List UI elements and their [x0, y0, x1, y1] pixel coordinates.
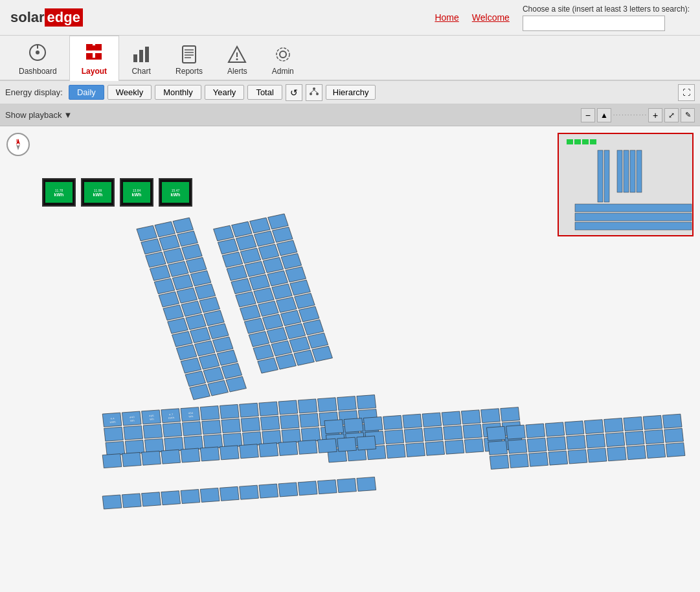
svg-rect-38 — [163, 305, 184, 321]
header-right: Home Welcome Choose a site (insert at le… — [435, 5, 690, 31]
svg-rect-81 — [258, 358, 278, 373]
svg-rect-202 — [586, 434, 605, 448]
zoom-plus-btn[interactable]: + — [648, 108, 662, 122]
toolbar: Show playback ▼ − ▲ · · · · · · · · · · … — [0, 104, 700, 126]
svg-rect-52 — [186, 314, 207, 330]
svg-rect-129 — [104, 427, 124, 441]
svg-rect-210 — [548, 451, 568, 465]
svg-rect-32 — [137, 225, 157, 241]
svg-rect-126 — [317, 398, 337, 412]
svg-rect-209 — [529, 452, 548, 466]
svg-text:440: 440 — [130, 416, 135, 419]
svg-rect-120 — [200, 406, 220, 420]
svg-rect-80 — [253, 345, 274, 360]
expand-btn[interactable]: ⤢ — [664, 108, 679, 122]
svg-rect-135 — [221, 419, 241, 433]
svg-point-19 — [280, 51, 286, 58]
nav-chart-label: Chart — [131, 67, 150, 76]
energy-display-label: Energy display: — [5, 87, 63, 97]
welcome-link[interactable]: Welcome — [472, 12, 510, 23]
energy-network-btn[interactable] — [306, 84, 322, 101]
svg-rect-239 — [259, 484, 278, 498]
svg-rect-214 — [627, 446, 646, 460]
logo-edge: edge — [45, 8, 83, 27]
svg-rect-159 — [363, 416, 383, 431]
svg-rect-42 — [181, 358, 201, 373]
svg-rect-196 — [662, 414, 682, 428]
svg-rect-79 — [249, 332, 269, 347]
svg-rect-166 — [501, 407, 520, 422]
energy-monthly-btn[interactable]: Monthly — [155, 85, 201, 100]
home-link[interactable]: Home — [435, 12, 458, 23]
svg-rect-256 — [574, 139, 581, 144]
nav-dashboard[interactable]: Dashboard — [6, 37, 69, 81]
svg-rect-106 — [277, 240, 297, 256]
energy-yearly-btn[interactable]: Yearly — [205, 85, 245, 100]
fullscreen-btn[interactable]: ⛶ — [678, 84, 695, 101]
svg-rect-95 — [258, 244, 279, 260]
main-canvas: N 11.78 kWh 11.99 kWh 13.84 kWh 15.47 — [0, 126, 700, 592]
screenshot-btn[interactable]: ✎ — [681, 108, 695, 122]
site-search-area: Choose a site (insert at least 3 letters… — [523, 5, 690, 31]
nav-alerts[interactable]: Alerts — [215, 39, 260, 81]
svg-rect-263 — [630, 150, 635, 192]
svg-rect-125 — [298, 399, 317, 413]
svg-rect-131 — [143, 424, 163, 438]
svg-rect-193 — [604, 418, 624, 433]
nav-chart[interactable]: Chart — [119, 39, 163, 81]
svg-rect-148 — [203, 435, 223, 449]
svg-rect-266 — [575, 213, 692, 221]
energy-bar: Energy display: Daily Weekly Monthly Yea… — [0, 81, 700, 104]
svg-rect-11 — [183, 46, 196, 63]
zoom-up-btn[interactable]: ▲ — [597, 108, 611, 122]
nav-admin[interactable]: Admin — [260, 39, 306, 81]
svg-rect-190 — [545, 422, 565, 437]
svg-rect-241 — [298, 481, 317, 495]
svg-rect-205 — [644, 429, 664, 444]
svg-point-22 — [310, 93, 312, 95]
svg-rect-194 — [624, 416, 643, 431]
svg-line-25 — [314, 90, 317, 93]
site-search-label: Choose a site (insert at least 3 letters… — [523, 5, 690, 14]
svg-rect-200 — [547, 437, 566, 451]
svg-rect-76 — [236, 291, 256, 307]
energy-refresh-btn[interactable]: ↺ — [286, 84, 302, 101]
svg-rect-218 — [122, 452, 141, 466]
svg-rect-265 — [575, 204, 692, 212]
svg-rect-161 — [403, 414, 422, 428]
svg-rect-153 — [301, 427, 321, 442]
svg-rect-96 — [263, 257, 284, 273]
svg-rect-127 — [337, 396, 357, 411]
energy-weekly-btn[interactable]: Weekly — [107, 85, 152, 100]
svg-point-18 — [236, 58, 238, 60]
svg-rect-189 — [526, 424, 545, 438]
svg-rect-243 — [337, 479, 357, 493]
svg-rect-130 — [124, 426, 143, 440]
svg-rect-181 — [406, 442, 425, 457]
svg-rect-122 — [240, 403, 259, 417]
dashboard-icon — [28, 43, 47, 67]
svg-rect-229 — [337, 437, 357, 451]
svg-rect-234 — [161, 491, 181, 505]
svg-rect-233 — [142, 492, 161, 507]
svg-rect-217 — [102, 454, 122, 468]
svg-rect-44 — [190, 384, 210, 400]
svg-rect-50 — [177, 288, 198, 303]
energy-daily-btn[interactable]: Daily — [69, 85, 104, 100]
svg-rect-136 — [241, 417, 260, 431]
zoom-minus-btn[interactable]: − — [581, 108, 595, 122]
playback-dropdown-arrow: ▼ — [63, 110, 72, 120]
svg-rect-197 — [488, 440, 508, 455]
svg-rect-97 — [267, 271, 288, 286]
energy-hierarchy-btn[interactable]: Hierarchy — [326, 85, 376, 100]
svg-text:434: 434 — [188, 411, 194, 415]
svg-text:kWh: kWh — [168, 416, 175, 420]
svg-rect-123 — [259, 402, 278, 416]
nav-reports[interactable]: Reports — [163, 39, 215, 81]
svg-rect-262 — [624, 150, 629, 192]
energy-total-btn[interactable]: Total — [247, 85, 282, 100]
nav-layout[interactable]: Layout — [69, 36, 119, 81]
site-search-input[interactable] — [523, 16, 665, 31]
show-playback-btn[interactable]: Show playback ▼ — [5, 110, 72, 120]
svg-rect-244 — [357, 477, 376, 491]
